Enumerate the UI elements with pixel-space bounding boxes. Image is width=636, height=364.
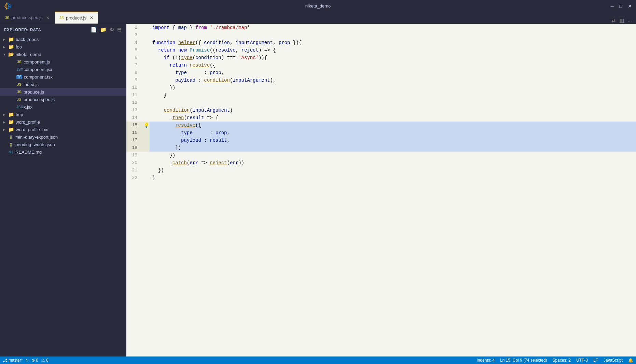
tree-item-label: x.jsx (24, 104, 32, 110)
line-content[interactable]: payload : result, (150, 137, 636, 144)
tab-close-produce[interactable]: ✕ (90, 15, 93, 20)
line-number: 11 (126, 92, 143, 99)
cursor-position[interactable]: Ln 15, Col 9 (74 selected) (500, 358, 547, 363)
tab-produce-spec[interactable]: JS produce.spec.js ✕ (0, 12, 55, 24)
sidebar-item-back-repos[interactable]: ▶ 📁 back_repos (0, 36, 126, 43)
minimize-button[interactable]: ─ (611, 3, 614, 9)
line-content[interactable]: condition(inputArgument) (150, 107, 636, 114)
new-file-icon[interactable]: 📄 (91, 27, 97, 33)
line-gutter (143, 31, 150, 39)
collapse-all-icon[interactable]: ⊟ (117, 27, 122, 33)
sidebar-item-word-profile[interactable]: ▶ 📁 word_profile (0, 118, 126, 126)
line-number: 14 (126, 114, 143, 122)
position-label: Ln 15, Col 9 (74 selected) (500, 358, 547, 363)
json-file-icon: {} (8, 143, 14, 146)
warning-icon: ⚠ (41, 358, 45, 363)
sidebar-item-index-js[interactable]: JS index.js (0, 81, 126, 88)
window-controls[interactable]: ─ □ ✕ (611, 3, 632, 9)
close-button[interactable]: ✕ (628, 3, 632, 9)
sidebar-item-pending-words[interactable]: {} pending_words.json (0, 141, 126, 148)
line-content[interactable]: import { map } from './rambda/map' (150, 24, 636, 31)
sidebar-item-niketa-demo[interactable]: ▼ 📂 niketa_demo (0, 51, 126, 58)
sidebar-item-tmp[interactable]: ▶ 📁 tmp (0, 111, 126, 118)
line-ending-setting[interactable]: LF (593, 358, 598, 363)
line-gutter (143, 24, 150, 31)
explorer-title: EXPLORER: DATA (4, 28, 41, 32)
line-number: 16 (126, 129, 143, 137)
line-content[interactable]: if (!(type(condition) === 'Async')){ (150, 54, 636, 61)
jsx-file-icon: JSX (16, 67, 22, 71)
line-content[interactable]: }) (150, 144, 636, 152)
sidebar-item-foo[interactable]: ▶ 📁 foo (0, 43, 126, 51)
tab-produce[interactable]: JS produce.js ✕ (55, 12, 98, 24)
sync-button[interactable]: ↻ (25, 358, 29, 363)
notifications-bell[interactable]: 🔔 (628, 358, 633, 363)
lightbulb-icon[interactable]: 💡 (143, 122, 149, 129)
sidebar-item-component-js[interactable]: JS component.js (0, 58, 126, 66)
language-mode[interactable]: JavaScript (604, 358, 623, 363)
tab-label-produce: produce.js (66, 15, 86, 20)
sidebar-header-actions[interactable]: 📄 📁 ↻ ⊟ (91, 27, 122, 33)
tab-close-produce-spec[interactable]: ✕ (46, 15, 50, 20)
code-line-13: 13 condition(inputArgument) (126, 107, 636, 114)
encoding-setting[interactable]: UTF-8 (576, 358, 588, 363)
line-content[interactable]: function helper({ condition, inputArgume… (150, 39, 636, 46)
tree-item-label: pending_words.json (15, 142, 55, 147)
main-layout: EXPLORER: DATA 📄 📁 ↻ ⊟ ▶ 📁 back_repos ▶ … (0, 24, 636, 356)
spaces-setting[interactable]: Spaces: 2 (553, 358, 571, 363)
maximize-button[interactable]: □ (620, 3, 622, 9)
line-content[interactable] (150, 99, 636, 107)
line-gutter (143, 39, 150, 46)
line-content[interactable]: }) (150, 84, 636, 92)
new-folder-icon[interactable]: 📁 (100, 27, 107, 33)
sidebar-item-component-tsx[interactable]: TS component.tsx (0, 73, 126, 81)
line-content[interactable]: } (150, 92, 636, 99)
line-number: 12 (126, 99, 143, 107)
folder-icon: 📁 (8, 37, 14, 42)
line-content[interactable]: }) (150, 152, 636, 159)
line-content[interactable]: payload : condition(inputArgument), (150, 76, 636, 84)
line-content[interactable]: resolve({ (150, 122, 636, 129)
line-content[interactable]: type : prop, (150, 129, 636, 137)
line-content[interactable]: }) (150, 167, 636, 174)
sidebar-item-produce-spec-js[interactable]: JS produce.spec.js (0, 96, 126, 103)
tree-item-label: component.js (24, 59, 50, 65)
split-editor-icon[interactable]: ⇄ (611, 17, 616, 24)
line-content[interactable]: type : prop, (150, 69, 636, 76)
tree-item-label: word_profile_bin (16, 127, 48, 132)
sidebar-item-word-profile-bin[interactable]: ▶ 📁 word_profile_bin (0, 126, 126, 133)
folder-icon: 📁 (8, 119, 14, 125)
sidebar-item-readme[interactable]: M↓ README.md (0, 148, 126, 156)
code-line-6: 6 if (!(type(condition) === 'Async')){ (126, 54, 636, 61)
editor-content[interactable]: 2 import { map } from './rambda/map' 3 4… (126, 24, 636, 356)
line-gutter (143, 159, 150, 167)
more-actions-icon[interactable]: ··· (627, 18, 632, 24)
line-gutter (143, 54, 150, 61)
toggle-sidebar-icon[interactable]: ▥ (619, 17, 624, 24)
line-content[interactable]: } (150, 174, 636, 182)
line-content[interactable]: return resolve({ (150, 61, 636, 69)
line-number: 19 (126, 152, 143, 159)
code-line-10: 10 }) (126, 84, 636, 92)
line-gutter: 💡 (143, 122, 150, 129)
line-content[interactable] (150, 31, 636, 39)
line-content[interactable]: .catch(err => reject(err)) (150, 159, 636, 167)
folder-icon: 📁 (8, 112, 14, 117)
title-bar: niketa_demo ─ □ ✕ (0, 0, 636, 12)
line-gutter (143, 92, 150, 99)
line-content[interactable]: .then(result => { (150, 114, 636, 122)
git-branch[interactable]: ⎇ master* (3, 358, 23, 363)
sidebar-item-produce-js[interactable]: JS produce.js (0, 88, 126, 96)
sidebar-item-x-jsx[interactable]: JSX x.jsx (0, 103, 126, 111)
refresh-icon[interactable]: ↻ (110, 27, 114, 33)
indents-label: Indents: 4 (476, 358, 495, 363)
code-line-14: 14 .then(result => { (126, 114, 636, 122)
sidebar-item-component-jsx[interactable]: JSX component.jsx (0, 66, 126, 73)
errors-warnings[interactable]: ⊗ 0 ⚠ 0 (31, 358, 48, 363)
indents-setting[interactable]: Indents: 4 (476, 358, 495, 363)
spaces-label: Spaces: 2 (553, 358, 571, 363)
line-ending-label: LF (593, 358, 598, 363)
tree-item-label: mini-diary-export.json (15, 135, 58, 140)
sidebar-item-mini-diary[interactable]: {} mini-diary-export.json (0, 133, 126, 141)
line-content[interactable]: return new Promise((resolve, reject) => … (150, 46, 636, 54)
